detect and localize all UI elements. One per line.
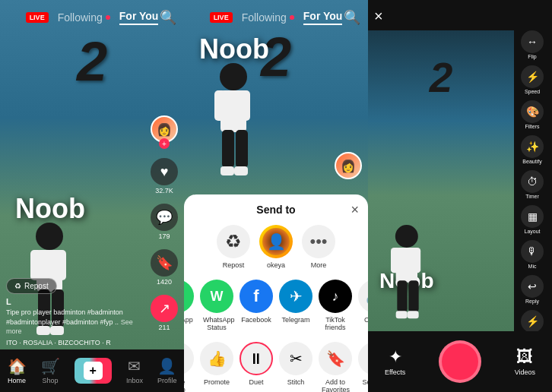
- comment-button[interactable]: 💬: [151, 204, 178, 231]
- panel-1: 2 Noob LIVE Following For You 🔍 👩 + ♥ 32…: [0, 0, 184, 392]
- send-to-row1: ♻ Repost 👤 okeya ••• More: [193, 225, 359, 269]
- whatsapp-icon: W: [184, 280, 194, 313]
- search-icon[interactable]: 🔍: [160, 9, 176, 26]
- duet-icon: ⏸: [240, 342, 273, 375]
- follow-plus-icon[interactable]: +: [159, 138, 170, 149]
- send-whatsapp[interactable]: W WhatsApp: [184, 280, 194, 331]
- nav-create[interactable]: +: [75, 358, 112, 384]
- send-copy[interactable]: 🔗 Copy...: [358, 280, 368, 331]
- tool-timer[interactable]: ⏱ Timer: [521, 170, 544, 199]
- send-save-video[interactable]: ⬇ Save video: [184, 342, 194, 392]
- svg-rect-22: [396, 311, 408, 318]
- send-add-favorites[interactable]: 🔖 Add to Favorites: [319, 342, 352, 392]
- speed-icon: ⚡: [521, 65, 544, 88]
- foryou-tab[interactable]: For You: [119, 10, 159, 25]
- share-action[interactable]: ↗ 211: [151, 295, 178, 331]
- facebook-icon: f: [240, 280, 273, 313]
- send-to-title: Send to: [256, 204, 295, 216]
- set-as-label: Set as...: [362, 378, 368, 386]
- bottom-navigation: 🏠 Home 🛒 Shop + ✉ Inbox 👤 Profile: [0, 349, 184, 392]
- inbox-icon: ✉: [128, 357, 141, 375]
- send-tiktok-friends[interactable]: ♪ TikTok friends: [319, 280, 352, 331]
- comment-action[interactable]: 💬 179: [151, 204, 178, 240]
- bookmark-button[interactable]: 🔖: [151, 249, 178, 277]
- nav-profile[interactable]: 👤 Profile: [157, 357, 177, 384]
- okeya-label: okeya: [267, 261, 285, 269]
- svg-rect-10: [214, 90, 226, 121]
- stitch-label: Stitch: [287, 378, 305, 386]
- send-more[interactable]: ••• More: [302, 225, 335, 269]
- beautify-label: Beautify: [522, 159, 541, 164]
- like-action[interactable]: ♥ 32.7K: [151, 158, 178, 194]
- send-set-as[interactable]: ▶ Set as...: [358, 342, 368, 392]
- camera-bottom-bar: ✦ Effects 🖼 Videos: [368, 331, 552, 392]
- tool-speed[interactable]: ⚡ Speed: [521, 65, 544, 94]
- tool-filters[interactable]: 🎨 Filters: [521, 100, 544, 129]
- tool-layout[interactable]: ▦ Layout: [521, 205, 544, 234]
- effects-button[interactable]: ✦ Effects: [385, 347, 405, 376]
- mic-icon: 🎙: [521, 240, 544, 263]
- tool-mic[interactable]: 🎙 Mic: [521, 240, 544, 269]
- nav-shop[interactable]: 🛒 Shop: [41, 357, 60, 384]
- telegram-label: Telegram: [281, 316, 309, 324]
- user-avatar-2[interactable]: 👩: [335, 152, 362, 179]
- send-okeya[interactable]: 👤 okeya: [259, 225, 293, 269]
- send-promote[interactable]: 👍 Promote: [200, 342, 233, 392]
- search-icon-2[interactable]: 🔍: [344, 9, 360, 26]
- bookmark-action[interactable]: 🔖 1420: [151, 249, 178, 286]
- svg-rect-12: [222, 130, 234, 168]
- beautify-icon: ✨: [521, 135, 544, 158]
- send-facebook[interactable]: f Facebook: [240, 280, 273, 331]
- repost-label: Repost: [223, 261, 245, 269]
- send-stitch[interactable]: ✂ Stitch: [279, 342, 312, 392]
- facebook-label: Facebook: [241, 316, 271, 324]
- repost-button[interactable]: ♻ Repost: [6, 278, 57, 294]
- video-info: ♻ Repost L Tipe pro player badminton #ba…: [6, 278, 142, 346]
- following-tab[interactable]: Following: [58, 11, 110, 24]
- send-to-modal: Send to × ♻ Repost 👤 okeya ••• More: [184, 194, 368, 392]
- okeya-icon: 👤: [259, 225, 293, 258]
- svg-rect-13: [236, 130, 248, 168]
- videos-button[interactable]: 🖼 Videos: [515, 347, 535, 376]
- send-to-close-button[interactable]: ×: [351, 202, 359, 218]
- whatsapp-status-icon: W: [200, 280, 233, 313]
- nav-home[interactable]: 🏠 Home: [8, 357, 27, 384]
- share-count: 211: [158, 324, 170, 331]
- tool-reply[interactable]: ↩ Reply: [521, 275, 544, 304]
- like-button[interactable]: ♥: [151, 158, 178, 185]
- send-repost[interactable]: ♻ Repost: [217, 225, 250, 269]
- svg-rect-19: [411, 248, 421, 273]
- panel-3: 2 Noob × ↔ Flip ⚡ Speed 🎨 Filters: [368, 0, 552, 392]
- reply-label: Reply: [525, 299, 539, 304]
- tool-beautify[interactable]: ✨ Beautify: [521, 135, 544, 164]
- foryou-tab-2[interactable]: For You: [303, 10, 343, 25]
- send-duet[interactable]: ⏸ Duet: [240, 342, 273, 392]
- more-icon: •••: [302, 225, 335, 258]
- avatar-container: 👩 +: [151, 115, 178, 149]
- svg-rect-15: [234, 166, 248, 175]
- promote-icon: 👍: [200, 342, 233, 375]
- record-button[interactable]: [439, 340, 481, 383]
- profile-icon: 👤: [157, 357, 176, 375]
- live-badge[interactable]: LIVE: [26, 12, 49, 23]
- svg-rect-2: [30, 250, 42, 280]
- effects-icon: ✦: [389, 347, 402, 367]
- following-tab-2[interactable]: Following: [242, 11, 294, 24]
- send-to-header: Send to ×: [193, 204, 359, 216]
- camera-number: 2: [430, 53, 453, 102]
- tiktok-friends-label: TikTok friends: [319, 316, 352, 331]
- promote-label: Promote: [204, 378, 230, 386]
- nav-inbox[interactable]: ✉ Inbox: [126, 357, 143, 384]
- send-telegram[interactable]: ✈ Telegram: [279, 280, 312, 331]
- share-button[interactable]: ↗: [151, 295, 178, 322]
- svg-rect-14: [220, 166, 234, 175]
- panel-2: 2 Noob LIVE Following For You 🔍 👩 Send t…: [184, 0, 368, 392]
- camera-close-button[interactable]: ×: [374, 8, 383, 25]
- send-whatsapp-status[interactable]: W WhatsApp Status: [200, 280, 233, 331]
- filters-icon: 🎨: [521, 100, 544, 123]
- tool-flip[interactable]: ↔ Flip: [521, 30, 544, 59]
- svg-rect-11: [239, 90, 250, 121]
- favorites-icon: 🔖: [319, 342, 352, 375]
- repost-icon: ♻: [217, 225, 250, 258]
- live-badge-2[interactable]: LIVE: [210, 12, 233, 23]
